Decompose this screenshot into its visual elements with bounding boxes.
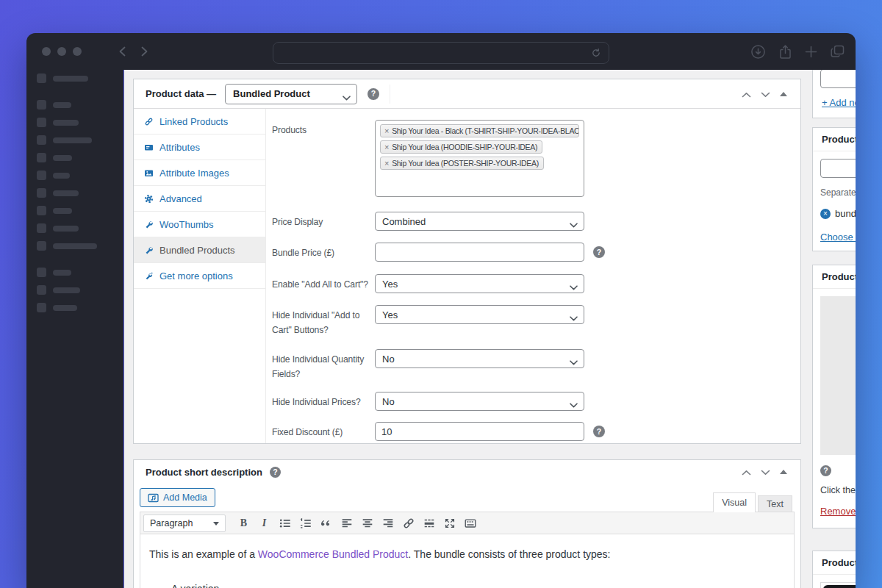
move-down-icon[interactable] [761, 465, 770, 478]
remove-chip-icon[interactable]: × [384, 126, 389, 135]
field-label: Hide Individual "Add to Cart" Buttons? [272, 305, 375, 337]
blockquote-button[interactable] [316, 514, 336, 532]
tab-attribute-images[interactable]: Attribute Images [134, 160, 265, 186]
add-media-button[interactable]: Add Media [140, 488, 215, 507]
window-dot-1[interactable] [42, 47, 51, 56]
tag-label: bundle [835, 208, 856, 219]
attributes-icon [144, 143, 154, 152]
selected-product-chip: × Ship Your Idea (HOODIE-SHIP-YOUR-IDEA) [380, 140, 542, 154]
remove-tag-icon[interactable]: × [820, 209, 831, 219]
forward-icon[interactable] [140, 45, 149, 58]
hide-quantity-select[interactable]: No [375, 349, 584, 368]
link-button[interactable] [398, 514, 418, 532]
numbered-list-button[interactable] [295, 514, 315, 532]
short-description-title: Product short description [146, 467, 262, 478]
back-icon[interactable] [118, 45, 127, 58]
hide-add-to-cart-select[interactable]: Yes [375, 305, 584, 324]
browser-window: Product data — Bundled Product ? [26, 33, 856, 588]
help-icon[interactable]: ? [593, 426, 605, 437]
help-icon[interactable]: ? [820, 465, 831, 476]
field-label: Hide Individual Prices? [272, 392, 375, 411]
category-input[interactable] [820, 70, 856, 88]
tab-woothumbs[interactable]: WooThumbs [134, 212, 265, 237]
description-paragraph: This is an example of a WooCommerce Bund… [149, 546, 785, 562]
align-right-button[interactable] [378, 514, 398, 532]
gallery-thumbnail[interactable] [820, 582, 856, 588]
visual-tab[interactable]: Visual [713, 492, 756, 512]
window-dot-3[interactable] [73, 47, 82, 56]
product-image[interactable] [820, 296, 856, 455]
chevron-down-icon [570, 356, 578, 368]
separate-tags-hint: Separate t [820, 187, 856, 198]
product-tags-panel: Product t Separate t × bundle Choose fr [812, 127, 856, 251]
tab-bundled-products[interactable]: Bundled Products [134, 237, 265, 263]
field-label: Enable "Add All to Cart"? [272, 274, 375, 293]
remove-chip-icon[interactable]: × [384, 159, 389, 168]
chevron-down-icon [343, 92, 351, 103]
add-new-link[interactable]: + Add ne [822, 97, 856, 108]
description-list-item: A variation, [171, 581, 785, 588]
remove-chip-icon[interactable]: × [384, 143, 389, 151]
collapse-panel-icon[interactable] [780, 92, 787, 96]
sidebar-skeleton-item [37, 100, 71, 110]
field-label: Fixed Discount (£) [272, 422, 375, 441]
product-data-panel: Product data — Bundled Product ? [133, 79, 801, 444]
admin-sidebar-skeleton [26, 70, 123, 588]
align-center-button[interactable] [357, 514, 377, 532]
sidebar-skeleton-item [37, 188, 79, 198]
editor-content[interactable]: This is an example of a WooCommerce Bund… [140, 534, 794, 588]
text-tab[interactable]: Text [758, 495, 792, 512]
align-left-button[interactable] [337, 514, 356, 532]
read-more-button[interactable] [419, 514, 439, 532]
help-icon[interactable]: ? [270, 467, 281, 478]
right-sidebar: + Add ne Product t Separate t × bundle C… [812, 70, 856, 588]
paragraph-format-dropdown[interactable]: Paragraph [143, 514, 226, 532]
reload-icon[interactable] [591, 48, 601, 58]
new-tab-icon[interactable] [805, 46, 817, 58]
selected-product-chip: × Ship Your Idea - Black (T-SHIRT-SHIP-Y… [380, 124, 579, 137]
sidebar-skeleton-item [37, 135, 92, 145]
woocommerce-bundled-product-link[interactable]: WooCommerce Bundled Product [258, 548, 408, 560]
move-up-icon[interactable] [742, 465, 751, 478]
sidebar-skeleton-item [37, 303, 77, 312]
products-multiselect[interactable]: × Ship Your Idea - Black (T-SHIRT-SHIP-Y… [375, 120, 584, 197]
move-up-icon[interactable] [742, 87, 751, 101]
downloads-icon[interactable] [750, 44, 766, 60]
bundle-price-input[interactable] [375, 243, 584, 262]
product-type-select[interactable]: Bundled Product [225, 84, 357, 104]
fixed-discount-input[interactable] [375, 422, 584, 441]
chevron-down-icon [570, 312, 578, 323]
italic-button[interactable]: I [254, 514, 274, 532]
bullet-list-button[interactable] [275, 514, 295, 532]
categories-panel: + Add ne [812, 70, 856, 118]
toolbar-toggle-button[interactable] [460, 514, 480, 532]
address-bar[interactable] [273, 42, 609, 64]
product-image-title: Product i [813, 265, 856, 289]
window-controls[interactable] [42, 47, 82, 56]
price-display-select[interactable]: Combined [375, 212, 584, 231]
share-icon[interactable] [778, 44, 792, 60]
editor-toolbar: Paragraph B I [140, 512, 794, 534]
collapse-panel-icon[interactable] [780, 470, 787, 474]
sidebar-skeleton-item [37, 268, 71, 277]
remove-product-image-link[interactable]: Remove p [820, 506, 856, 517]
admin-content: Product data — Bundled Product ? [123, 70, 856, 588]
tags-input[interactable] [820, 159, 856, 178]
tab-linked-products[interactable]: Linked Products [134, 109, 265, 135]
choose-from-tags-link[interactable]: Choose fr [820, 232, 856, 243]
short-description-panel: Product short description ? Add Media [133, 459, 801, 588]
tab-advanced[interactable]: Advanced [134, 186, 265, 212]
enable-add-all-select[interactable]: Yes [375, 274, 584, 293]
hide-prices-select[interactable]: No [375, 392, 584, 411]
tabs-overview-icon[interactable] [830, 44, 845, 59]
help-icon[interactable]: ? [593, 246, 605, 258]
bold-button[interactable]: B [234, 514, 254, 532]
sidebar-skeleton-item [37, 206, 72, 215]
help-icon[interactable]: ? [368, 88, 379, 100]
tab-attributes[interactable]: Attributes [134, 135, 265, 160]
tab-get-more-options[interactable]: Get more options [134, 263, 265, 289]
window-dot-2[interactable] [57, 47, 66, 56]
move-down-icon[interactable] [761, 87, 770, 101]
product-image-panel: Product i ? Click the i Remove p [812, 265, 856, 528]
fullscreen-button[interactable] [440, 514, 459, 532]
